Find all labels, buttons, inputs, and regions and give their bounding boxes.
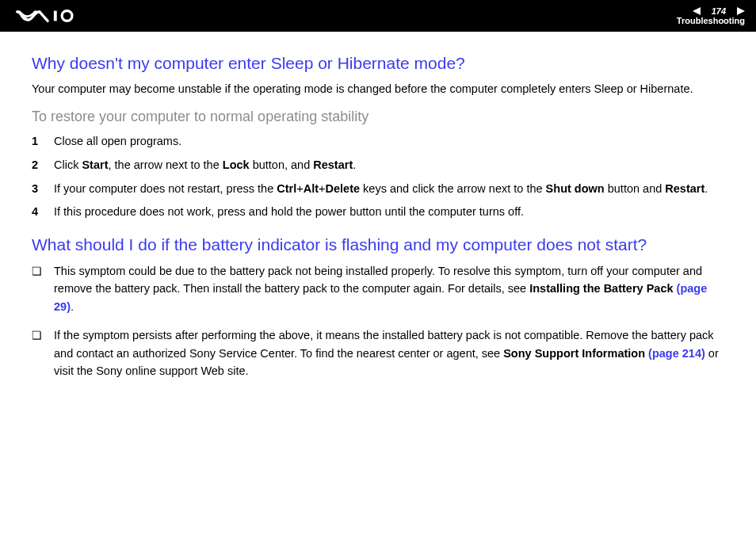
step-number: 2 xyxy=(32,157,43,174)
header-right: 174 Troubleshooting xyxy=(677,6,745,25)
question-2-heading: What should I do if the battery indicato… xyxy=(32,235,724,254)
step-number: 4 xyxy=(32,204,43,221)
page-content: Why doesn't my computer enter Sleep or H… xyxy=(0,32,756,407)
step-text: Close all open programs. xyxy=(54,133,724,151)
section-label: Troubleshooting xyxy=(677,16,745,25)
step-text: If your computer does not restart, press… xyxy=(54,181,724,198)
q1-subheading: To restore your computer to normal opera… xyxy=(32,109,724,125)
q1-steps-list: 1 Close all open programs. 2 Click Start… xyxy=(32,133,724,221)
q2-bullet-list: ❏ This symptom could be due to the batte… xyxy=(32,262,724,380)
vaio-logo xyxy=(14,9,101,23)
question-1-heading: Why doesn't my computer enter Sleep or H… xyxy=(32,54,724,73)
bullet-text: If the symptom persists after performing… xyxy=(54,326,724,380)
q1-intro: Your computer may become unstable if the… xyxy=(32,81,724,97)
next-page-arrow[interactable] xyxy=(731,7,745,15)
header-bar: 174 Troubleshooting xyxy=(0,0,756,32)
page-link-214[interactable]: (page 214) xyxy=(648,347,705,360)
step-text: If this procedure does not work, press a… xyxy=(54,204,724,221)
bullet-icon: ❏ xyxy=(32,326,43,344)
step-item: 4 If this procedure does not work, press… xyxy=(32,204,724,221)
step-item: 1 Close all open programs. xyxy=(32,133,724,151)
prev-page-arrow[interactable] xyxy=(693,7,707,15)
svg-rect-0 xyxy=(54,11,57,21)
svg-point-1 xyxy=(62,11,72,21)
list-item: ❏ This symptom could be due to the batte… xyxy=(32,262,724,315)
svg-marker-2 xyxy=(693,7,701,15)
svg-marker-3 xyxy=(737,7,745,15)
page-number: 174 xyxy=(710,6,727,16)
bullet-icon: ❏ xyxy=(32,262,43,280)
step-item: 3 If your computer does not restart, pre… xyxy=(32,181,724,198)
step-item: 2 Click Start, the arrow next to the Loc… xyxy=(32,157,724,174)
step-number: 3 xyxy=(32,181,43,198)
list-item: ❏ If the symptom persists after performi… xyxy=(32,326,724,380)
step-text: Click Start, the arrow next to the Lock … xyxy=(54,157,724,174)
step-number: 1 xyxy=(32,133,43,151)
page-navigator: 174 xyxy=(693,6,745,16)
bullet-text: This symptom could be due to the battery… xyxy=(54,262,724,315)
